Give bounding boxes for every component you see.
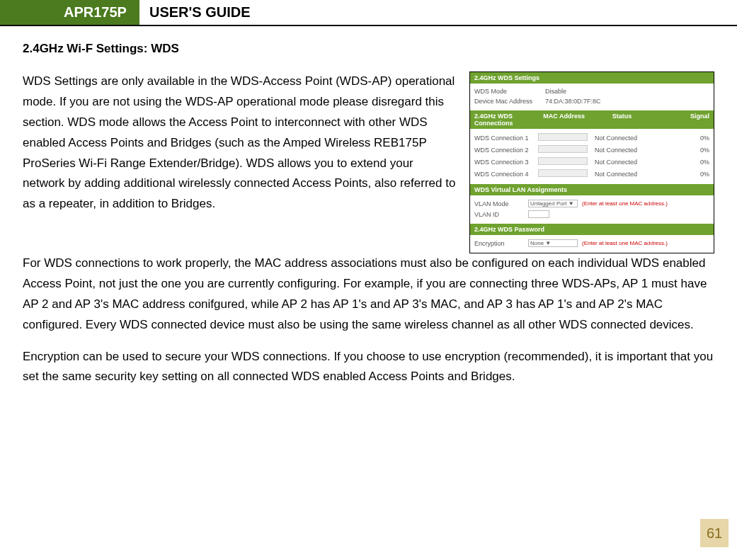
conn-name: WDS Connection 4 bbox=[474, 171, 538, 178]
encryption-select[interactable]: None ▼ bbox=[528, 239, 578, 247]
panel-connections-head: 2.4GHz WDS Connections MAC Address Statu… bbox=[470, 110, 714, 129]
body-text-column: WDS Settings are only available in the W… bbox=[23, 72, 457, 226]
conn-status: Not Connected bbox=[595, 135, 688, 142]
settings-screenshot: 2.4GHz WDS Settings WDS Mode Disable Dev… bbox=[469, 72, 714, 253]
conn-status: Not Connected bbox=[595, 171, 688, 178]
page-number: 61 bbox=[700, 519, 729, 547]
wds-mode-label: WDS Mode bbox=[474, 88, 545, 95]
conn-row: WDS Connection 2 Not Connected 0% bbox=[474, 144, 709, 156]
conn-name: WDS Connection 2 bbox=[474, 147, 538, 154]
panel-password-body: Encryption None ▼ (Enter at least one MA… bbox=[470, 235, 714, 253]
panel-password-head: 2.4GHz WDS Password bbox=[470, 224, 714, 235]
panel-vlan-body: VLAN Mode Untagged Port ▼ (Enter at leas… bbox=[470, 195, 714, 224]
conn-name: WDS Connection 3 bbox=[474, 159, 538, 166]
panel-connections-body: WDS Connection 1 Not Connected 0% WDS Co… bbox=[470, 129, 714, 184]
page-header: APR175P USER'S GUIDE bbox=[0, 0, 737, 26]
panel-vlan-head: WDS Virtual LAN Assignments bbox=[470, 184, 714, 195]
col-signal: Signal bbox=[681, 113, 709, 127]
connections-title: 2.4GHz WDS Connections bbox=[474, 113, 543, 127]
device-mac-label: Device Mac Address bbox=[474, 98, 545, 105]
vlan-title: WDS Virtual LAN Assignments bbox=[474, 186, 567, 193]
conn-status: Not Connected bbox=[595, 147, 688, 154]
product-badge: APR175P bbox=[0, 0, 139, 25]
col-status: Status bbox=[612, 113, 681, 127]
conn-name: WDS Connection 1 bbox=[474, 135, 538, 142]
vlan-mode-label: VLAN Mode bbox=[474, 200, 524, 207]
col-mac: MAC Address bbox=[543, 113, 612, 127]
conn-signal: 0% bbox=[688, 159, 709, 166]
encryption-label: Encryption bbox=[474, 240, 524, 247]
encryption-hint: (Enter at least one MAC address.) bbox=[582, 240, 668, 246]
conn-status: Not Connected bbox=[595, 159, 688, 166]
body-text-continued: For WDS connections to work properly, th… bbox=[23, 253, 714, 387]
mac-input[interactable] bbox=[538, 169, 588, 177]
paragraph-3: Encryption can be used to secure your WD… bbox=[23, 347, 714, 388]
mac-input[interactable] bbox=[538, 133, 588, 141]
paragraph-1: WDS Settings are only available in the W… bbox=[23, 72, 457, 215]
mac-input[interactable] bbox=[538, 157, 588, 165]
wds-mode-value: Disable bbox=[545, 88, 709, 95]
conn-row: WDS Connection 3 Not Connected 0% bbox=[474, 156, 709, 168]
vlan-mode-select[interactable]: Untagged Port ▼ bbox=[528, 200, 578, 207]
conn-signal: 0% bbox=[688, 147, 709, 154]
conn-row: WDS Connection 4 Not Connected 0% bbox=[474, 168, 709, 180]
page-content: 2.4GHz Wi-F Settings: WDS WDS Settings a… bbox=[0, 26, 737, 387]
conn-signal: 0% bbox=[688, 135, 709, 142]
vlan-id-label: VLAN ID bbox=[474, 211, 524, 218]
panel-settings-head: 2.4GHz WDS Settings bbox=[470, 72, 714, 84]
conn-row: WDS Connection 1 Not Connected 0% bbox=[474, 132, 709, 144]
vlan-hint: (Enter at least one MAC address.) bbox=[582, 200, 668, 207]
paragraph-2: For WDS connections to work properly, th… bbox=[23, 253, 714, 336]
panel-settings-body: WDS Mode Disable Device Mac Address 74:D… bbox=[470, 84, 714, 110]
section-heading: 2.4GHz Wi-F Settings: WDS bbox=[23, 42, 714, 56]
device-mac-value: 74:DA:38:0D:7F:8C bbox=[545, 98, 709, 105]
doc-title: USER'S GUIDE bbox=[139, 0, 251, 25]
mac-input[interactable] bbox=[538, 145, 588, 153]
password-title: 2.4GHz WDS Password bbox=[474, 226, 544, 233]
conn-signal: 0% bbox=[688, 171, 709, 178]
panel-settings-title: 2.4GHz WDS Settings bbox=[474, 74, 539, 81]
vlan-id-input[interactable] bbox=[528, 210, 549, 218]
